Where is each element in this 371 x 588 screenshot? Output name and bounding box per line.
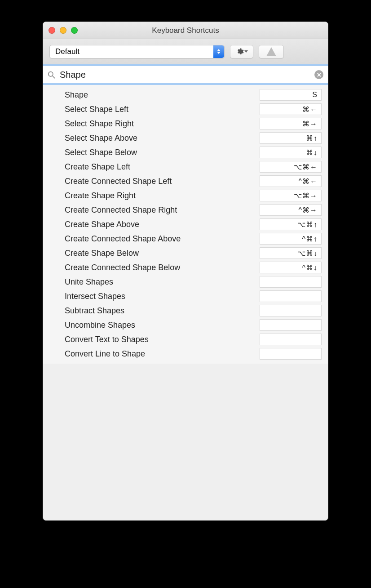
shortcut-label: Create Connected Shape Right xyxy=(65,205,260,215)
shortcut-label: Convert Text to Shapes xyxy=(65,335,260,344)
shortcut-label: Select Shape Right xyxy=(65,119,260,129)
shortcut-field[interactable]: ⌥⌘→ xyxy=(260,190,322,201)
shortcut-field[interactable] xyxy=(260,305,322,316)
shortcut-row: Unite Shapes xyxy=(43,275,328,289)
shortcut-label: Create Shape Left xyxy=(65,162,260,172)
shortcut-field[interactable] xyxy=(260,276,322,288)
shortcut-row: Create Shape Below⌥⌘↓ xyxy=(43,246,328,260)
minimize-window-button[interactable] xyxy=(60,27,66,34)
shortcut-row: Create Connected Shape Right^⌘→ xyxy=(43,203,328,217)
shortcut-row: Intersect Shapes xyxy=(43,289,328,303)
shortcut-label: Create Shape Right xyxy=(65,191,260,200)
shortcut-row: Subtract Shapes xyxy=(43,303,328,318)
shortcut-row: Create Shape Above⌥⌘↑ xyxy=(43,217,328,232)
shortcut-list: ShapeSSelect Shape Left⌘←Select Shape Ri… xyxy=(43,85,328,364)
shortcut-label: Convert Line to Shape xyxy=(65,349,260,359)
shortcut-field[interactable]: ^⌘↑ xyxy=(260,233,322,245)
svg-line-1 xyxy=(53,76,55,78)
shortcut-row: Convert Text to Shapes xyxy=(43,332,328,347)
close-icon xyxy=(317,73,321,77)
preset-popup[interactable]: Default xyxy=(49,45,225,58)
zoom-window-button[interactable] xyxy=(71,27,78,34)
shortcut-field[interactable] xyxy=(260,290,322,302)
shortcut-row: Convert Line to Shape xyxy=(43,347,328,361)
warning-icon xyxy=(266,47,276,56)
shortcut-label: Subtract Shapes xyxy=(65,306,260,316)
shortcut-field[interactable]: ^⌘← xyxy=(260,175,322,187)
clear-search-button[interactable] xyxy=(314,70,323,79)
shortcut-row: Select Shape Above⌘↑ xyxy=(43,131,328,145)
shortcut-field[interactable]: ⌘← xyxy=(260,103,322,115)
shortcut-label: Shape xyxy=(65,90,260,100)
close-window-button[interactable] xyxy=(49,27,55,34)
shortcut-field[interactable]: ⌘↓ xyxy=(260,147,322,158)
window-title: Keyboard Shortcuts xyxy=(43,26,328,35)
actions-menu-button[interactable] xyxy=(230,45,253,58)
shortcut-row: Uncombine Shapes xyxy=(43,318,328,332)
shortcut-field[interactable]: ⌘→ xyxy=(260,118,322,129)
shortcut-row: Select Shape Left⌘← xyxy=(43,102,328,116)
shortcut-field[interactable]: ⌥⌘↓ xyxy=(260,247,322,259)
shortcut-label: Select Shape Below xyxy=(65,148,260,157)
shortcut-field[interactable]: S xyxy=(260,89,322,101)
shortcut-row: Create Connected Shape Below^⌘↓ xyxy=(43,260,328,275)
preferences-window: Keyboard Shortcuts Default xyxy=(43,22,328,521)
shortcut-row: Select Shape Below⌘↓ xyxy=(43,145,328,160)
shortcut-label: Create Connected Shape Left xyxy=(65,177,260,186)
search-icon xyxy=(48,71,55,79)
shortcut-label: Unite Shapes xyxy=(65,277,260,287)
search-strip xyxy=(43,64,328,85)
shortcut-label: Create Connected Shape Above xyxy=(65,234,260,244)
shortcut-field[interactable]: ^⌘→ xyxy=(260,204,322,216)
chevron-down-icon xyxy=(244,50,248,53)
shortcut-label: Create Shape Above xyxy=(65,220,260,229)
shortcut-label: Uncombine Shapes xyxy=(65,321,260,330)
conflicts-button[interactable] xyxy=(259,45,284,58)
titlebar: Keyboard Shortcuts xyxy=(43,22,328,39)
search-field-container xyxy=(43,66,328,83)
shortcut-label: Intersect Shapes xyxy=(65,292,260,301)
shortcut-field[interactable] xyxy=(260,334,322,345)
preset-selected-label: Default xyxy=(55,47,80,56)
toolbar: Default xyxy=(43,39,328,64)
shortcut-field[interactable] xyxy=(260,348,322,360)
shortcut-row: Create Connected Shape Left^⌘← xyxy=(43,174,328,188)
shortcut-field[interactable]: ⌘↑ xyxy=(260,132,322,144)
shortcut-label: Create Shape Below xyxy=(65,249,260,258)
shortcut-label: Select Shape Left xyxy=(65,105,260,114)
shortcut-row: Create Shape Right⌥⌘→ xyxy=(43,188,328,203)
shortcut-label: Select Shape Above xyxy=(65,134,260,143)
svg-point-0 xyxy=(49,71,53,76)
shortcut-field[interactable] xyxy=(260,319,322,331)
search-input[interactable] xyxy=(59,69,311,80)
shortcut-label: Create Connected Shape Below xyxy=(65,263,260,272)
shortcut-row: ShapeS xyxy=(43,88,328,102)
shortcut-field[interactable]: ^⌘↓ xyxy=(260,262,322,273)
shortcut-row: Select Shape Right⌘→ xyxy=(43,116,328,131)
shortcut-field[interactable]: ⌥⌘↑ xyxy=(260,218,322,230)
popup-stepper-icon xyxy=(213,45,224,58)
shortcut-field[interactable]: ⌥⌘← xyxy=(260,161,322,173)
shortcut-row: Create Connected Shape Above^⌘↑ xyxy=(43,232,328,246)
gear-icon xyxy=(236,48,244,56)
traffic-lights xyxy=(49,27,78,34)
shortcut-row: Create Shape Left⌥⌘← xyxy=(43,160,328,174)
